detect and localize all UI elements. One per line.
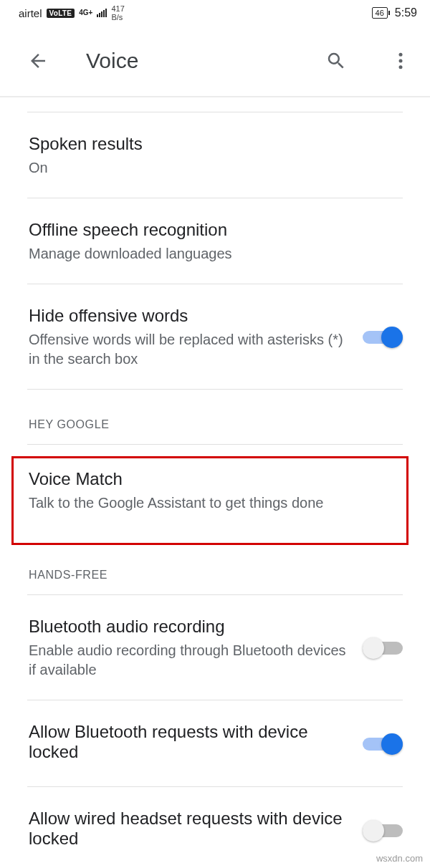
back-button[interactable] <box>22 44 54 77</box>
section-hey-google: HEY GOOGLE <box>0 390 430 444</box>
speed-indicator: 417 B/s <box>111 4 124 21</box>
section-hands-free: HANDS-FREE <box>0 540 430 594</box>
setting-subtitle: Enable audio recording through Bluetooth… <box>29 641 354 680</box>
setting-subtitle: Talk to the Google Assistant to get thin… <box>29 493 394 513</box>
setting-title: Offline speech recognition <box>29 220 394 240</box>
svg-point-2 <box>399 65 403 69</box>
setting-subtitle: Offensive words will be replaced with as… <box>29 330 354 369</box>
search-button[interactable] <box>320 44 353 77</box>
status-left: airtel VoLTE 4G+ 417 B/s <box>19 4 125 21</box>
setting-hide-offensive[interactable]: Hide offensive words Offensive words wil… <box>0 284 430 389</box>
setting-offline-speech[interactable]: Offline speech recognition Manage downlo… <box>0 198 430 284</box>
page-title: Voice <box>86 49 288 73</box>
volte-badge: VoLTE <box>47 9 75 18</box>
setting-title: Allow Bluetooth requests with device loc… <box>29 722 354 762</box>
arrow-back-icon <box>27 50 49 72</box>
setting-subtitle: Manage downloaded languages <box>29 244 394 264</box>
svg-point-0 <box>399 53 403 57</box>
overflow-menu-button[interactable] <box>384 44 417 77</box>
toggle-bluetooth-audio[interactable] <box>363 636 403 660</box>
setting-title: Bluetooth audio recording <box>29 617 354 637</box>
setting-voice-match[interactable]: Voice Match Talk to the Google Assistant… <box>0 445 430 540</box>
setting-spoken-results[interactable]: Spoken results On <box>0 112 430 198</box>
setting-subtitle: On <box>29 158 394 178</box>
toggle-hide-offensive[interactable] <box>363 325 403 349</box>
setting-title: Spoken results <box>29 134 394 154</box>
clock-label: 5:59 <box>395 6 417 19</box>
app-bar: Voice <box>0 26 430 97</box>
carrier-label: airtel <box>19 7 42 19</box>
setting-title: Voice Match <box>29 469 394 489</box>
svg-point-1 <box>399 59 403 63</box>
setting-bluetooth-audio[interactable]: Bluetooth audio recording Enable audio r… <box>0 595 430 700</box>
signal-icon <box>97 9 107 17</box>
network-indicator: 4G+ <box>79 9 92 16</box>
search-icon <box>325 50 347 72</box>
status-right: 46 5:59 <box>372 6 417 19</box>
setting-title: Allow wired headset requests with device… <box>29 809 354 849</box>
watermark: wsxdn.com <box>376 853 423 864</box>
setting-title: Hide offensive words <box>29 306 354 326</box>
settings-list: Spoken results On Offline speech recogni… <box>0 97 430 868</box>
toggle-bluetooth-locked[interactable] <box>363 732 403 756</box>
setting-wired-locked[interactable]: Allow wired headset requests with device… <box>0 787 430 868</box>
battery-icon: 46 <box>372 7 388 19</box>
status-bar: airtel VoLTE 4G+ 417 B/s 46 5:59 <box>0 0 430 26</box>
toggle-wired-locked[interactable] <box>363 819 403 843</box>
setting-bluetooth-locked[interactable]: Allow Bluetooth requests with device loc… <box>0 700 430 786</box>
more-vert-icon <box>390 50 411 72</box>
